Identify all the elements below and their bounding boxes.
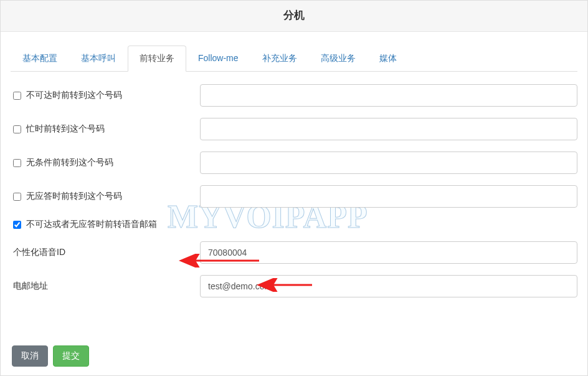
dialog-window: 分机 MYVOIPAPP 基本配置 基本呼叫 前转业务 Follow-me 补充… bbox=[0, 0, 588, 376]
input-forward-busy[interactable] bbox=[200, 118, 577, 140]
tab-forward[interactable]: 前转业务 bbox=[128, 46, 186, 72]
input-forward-unreachable[interactable] bbox=[200, 84, 577, 107]
row-forward-unreachable: 不可达时前转到这个号码 bbox=[11, 84, 577, 107]
tab-basic-config[interactable]: 基本配置 bbox=[11, 46, 69, 72]
row-forward-busy: 忙时前转到这个号码 bbox=[11, 118, 577, 140]
checkbox-forward-noanswer[interactable] bbox=[13, 193, 21, 201]
row-forward-noanswer: 无应答时前转到这个号码 bbox=[11, 185, 577, 208]
input-voice-id[interactable] bbox=[200, 241, 577, 264]
tab-follow-me[interactable]: Follow-me bbox=[186, 46, 250, 72]
tab-supplementary[interactable]: 补充业务 bbox=[250, 46, 309, 72]
submit-button[interactable]: 提交 bbox=[53, 345, 89, 367]
input-email[interactable] bbox=[200, 275, 577, 297]
label-forward-unreachable: 不可达时前转到这个号码 bbox=[13, 90, 200, 101]
checkbox-forward-voicemail[interactable] bbox=[13, 221, 21, 229]
dialog-title: 分机 bbox=[283, 9, 305, 21]
tab-media[interactable]: 媒体 bbox=[368, 46, 409, 72]
text-forward-voicemail: 不可达或者无应答时前转语音邮箱 bbox=[26, 219, 157, 230]
tab-advanced[interactable]: 高级业务 bbox=[309, 46, 368, 72]
row-forward-unconditional: 无条件前转到这个号码 bbox=[11, 152, 577, 174]
label-forward-voicemail: 不可达或者无应答时前转语音邮箱 bbox=[13, 219, 157, 230]
row-email: 电邮地址 bbox=[11, 275, 577, 297]
label-forward-busy: 忙时前转到这个号码 bbox=[13, 123, 200, 135]
cancel-button[interactable]: 取消 bbox=[12, 345, 48, 367]
text-forward-unreachable: 不可达时前转到这个号码 bbox=[26, 90, 122, 101]
input-forward-noanswer[interactable] bbox=[200, 185, 577, 208]
text-voice-id: 个性化语音ID bbox=[13, 247, 65, 258]
checkbox-forward-busy[interactable] bbox=[13, 125, 21, 133]
checkbox-forward-unreachable[interactable] bbox=[13, 92, 21, 100]
label-forward-unconditional: 无条件前转到这个号码 bbox=[13, 157, 200, 168]
text-forward-noanswer: 无应答时前转到这个号码 bbox=[26, 191, 122, 202]
row-voice-id: 个性化语音ID bbox=[11, 241, 577, 264]
label-voice-id: 个性化语音ID bbox=[13, 247, 200, 258]
dialog-content: MYVOIPAPP 基本配置 基本呼叫 前转业务 Follow-me 补充业务 … bbox=[1, 32, 587, 337]
tab-basic-call[interactable]: 基本呼叫 bbox=[69, 46, 128, 72]
row-forward-voicemail: 不可达或者无应答时前转语音邮箱 bbox=[11, 219, 577, 230]
text-forward-busy: 忙时前转到这个号码 bbox=[26, 123, 105, 135]
text-forward-unconditional: 无条件前转到这个号码 bbox=[26, 157, 113, 168]
dialog-footer: 取消 提交 bbox=[1, 337, 587, 375]
label-forward-noanswer: 无应答时前转到这个号码 bbox=[13, 191, 200, 202]
input-forward-unconditional[interactable] bbox=[200, 152, 577, 174]
dialog-header: 分机 bbox=[1, 1, 587, 32]
label-email: 电邮地址 bbox=[13, 281, 200, 292]
checkbox-forward-unconditional[interactable] bbox=[13, 159, 21, 167]
text-email: 电邮地址 bbox=[13, 281, 48, 292]
tab-bar: 基本配置 基本呼叫 前转业务 Follow-me 补充业务 高级业务 媒体 bbox=[11, 46, 577, 72]
